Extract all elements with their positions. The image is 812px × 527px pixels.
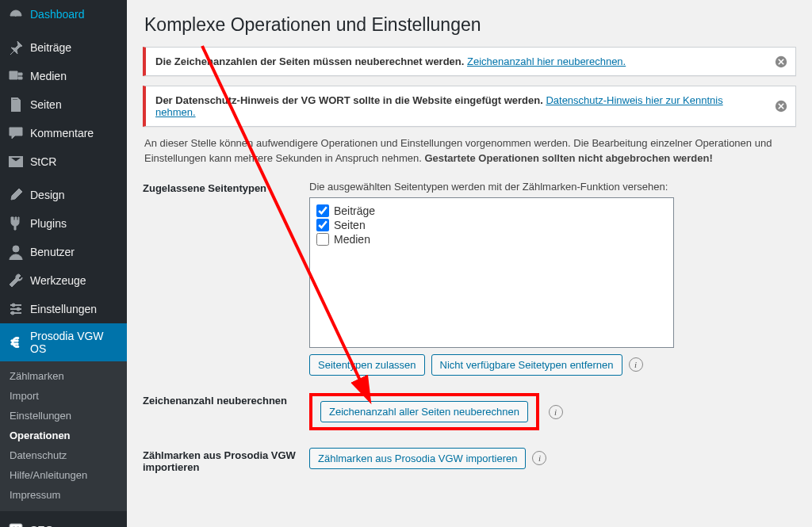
import-button[interactable]: Zählmarken aus Prosodia VGW importieren <box>309 448 526 469</box>
sidebar-item-seo[interactable]: Y SEO <box>0 516 127 527</box>
sidebar-item-label: Benutzer <box>30 246 75 258</box>
euro-icon <box>8 334 24 350</box>
pin-icon <box>8 40 24 55</box>
admin-sidebar: Dashboard Beiträge Medien Seiten Komment… <box>0 0 127 527</box>
submenu-item-zaehlmarken[interactable]: Zählmarken <box>0 366 127 386</box>
notice-recount: Die Zeichenanzahlen der Seiten müssen ne… <box>143 47 796 76</box>
types-description: Die ausgewählten Seitentypen werden mit … <box>309 181 796 193</box>
notice-link-recount[interactable]: Zeichenanzahl hier neuberechnen. <box>467 55 626 67</box>
remove-types-button[interactable]: Nicht verfügbare Seitetypen entfernen <box>431 354 622 376</box>
annotation-highlight: Zeichenanzahl aller Seiten neuberechnen <box>309 393 539 430</box>
sidebar-item-label: Kommentare <box>30 127 94 139</box>
sidebar-item-dashboard[interactable]: Dashboard <box>0 0 127 29</box>
sidebar-item-label: Dashboard <box>30 8 85 21</box>
close-icon <box>775 55 787 68</box>
page-title: Komplexe Operationen und Einstellungen <box>144 14 796 36</box>
svg-point-2 <box>12 304 15 307</box>
svg-point-4 <box>11 311 14 315</box>
help-icon[interactable]: i <box>549 405 563 419</box>
sidebar-item-prosodia[interactable]: Prosodia VGW OS <box>0 323 127 361</box>
sidebar-item-label: Medien <box>30 70 67 82</box>
sidebar-item-media[interactable]: Medien <box>0 62 127 90</box>
allow-types-button[interactable]: Seitentypen zulassen <box>309 354 425 376</box>
type-checkbox-media[interactable] <box>316 233 329 246</box>
notice-text: Der Datenschutz-Hinweis der VG WORT soll… <box>155 94 543 106</box>
submenu-item-hilfe[interactable]: Hilfe/Anleitungen <box>0 465 127 485</box>
submenu-item-import[interactable]: Import <box>0 386 127 406</box>
seo-icon: Y <box>8 522 24 527</box>
mail-icon <box>8 154 24 170</box>
sidebar-item-label: Plugins <box>30 217 67 230</box>
dismiss-button[interactable] <box>773 98 789 114</box>
sidebar-item-comments[interactable]: Kommentare <box>0 119 127 147</box>
sidebar-item-label: Beiträge <box>30 41 71 54</box>
comment-icon <box>8 125 24 141</box>
sliders-icon <box>8 301 24 317</box>
submenu-item-datenschutz[interactable]: Datenschutz <box>0 445 127 465</box>
dismiss-button[interactable] <box>773 54 789 70</box>
plug-icon <box>8 216 24 231</box>
sidebar-item-label: Prosodia VGW OS <box>30 330 119 355</box>
sidebar-item-tools[interactable]: Werkzeuge <box>0 266 127 295</box>
section-label-import: Zählmarken aus Prosodia VGW importieren <box>143 448 309 473</box>
sidebar-item-plugins[interactable]: Plugins <box>0 209 127 238</box>
help-icon[interactable]: i <box>629 357 643 372</box>
close-icon <box>775 100 787 113</box>
wrench-icon <box>8 273 24 288</box>
sidebar-item-label: Werkzeuge <box>30 274 86 287</box>
section-label-recount: Zeichenanzahl neuberechnen <box>143 393 309 430</box>
sidebar-item-design[interactable]: Design <box>0 181 127 209</box>
type-checkbox-posts[interactable] <box>316 204 329 217</box>
svg-point-3 <box>17 307 20 311</box>
recount-button[interactable]: Zeichenanzahl aller Seiten neuberechnen <box>320 401 528 422</box>
section-label-types: Zugelassene Seitentypen <box>143 181 309 376</box>
sidebar-item-stcr[interactable]: StCR <box>0 147 127 176</box>
notice-text: Die Zeichenanzahlen der Seiten müssen ne… <box>155 55 464 67</box>
sidebar-item-pages[interactable]: Seiten <box>0 90 127 119</box>
sidebar-item-label: Einstellungen <box>30 303 97 315</box>
submenu-item-operationen[interactable]: Operationen <box>0 426 127 445</box>
svg-point-1 <box>13 246 19 252</box>
main-content: Komplexe Operationen und Einstellungen D… <box>127 0 812 527</box>
dashboard-icon <box>8 6 24 22</box>
sidebar-item-settings[interactable]: Einstellungen <box>0 295 127 323</box>
brush-icon <box>8 187 24 203</box>
page-icon <box>8 97 24 113</box>
type-option[interactable]: Beiträge <box>316 204 667 217</box>
user-icon <box>8 244 24 260</box>
sidebar-item-posts[interactable]: Beiträge <box>0 33 127 62</box>
submenu-item-impressum[interactable]: Impressum <box>0 485 127 505</box>
sidebar-item-users[interactable]: Benutzer <box>0 238 127 266</box>
submenu-item-einstellungen[interactable]: Einstellungen <box>0 406 127 426</box>
intro-text: An dieser Stelle können aufwendigere Ope… <box>144 136 795 166</box>
type-checkbox-pages[interactable] <box>316 219 329 231</box>
sidebar-submenu: Zählmarken Import Einstellungen Operatio… <box>0 361 127 511</box>
sidebar-item-label: SEO <box>30 524 54 527</box>
sidebar-item-label: Design <box>30 189 65 201</box>
help-icon[interactable]: i <box>532 451 546 465</box>
types-listbox[interactable]: Beiträge Seiten Medien <box>309 197 674 348</box>
sidebar-item-label: Seiten <box>30 98 62 111</box>
sidebar-item-label: StCR <box>30 155 56 168</box>
notice-privacy: Der Datenschutz-Hinweis der VG WORT soll… <box>143 86 796 127</box>
media-icon <box>8 68 24 84</box>
type-option[interactable]: Medien <box>316 233 667 246</box>
type-option[interactable]: Seiten <box>316 219 667 231</box>
